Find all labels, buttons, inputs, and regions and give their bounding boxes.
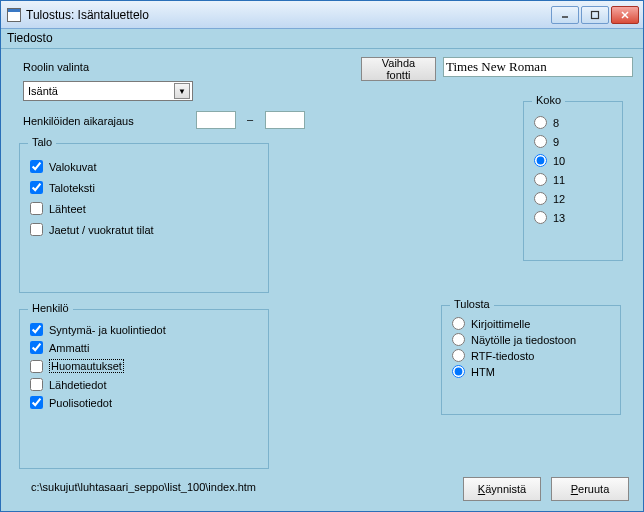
henkilo-checkbox-input-3[interactable] bbox=[30, 378, 43, 391]
chevron-down-icon[interactable]: ▼ bbox=[174, 83, 190, 99]
koko-radio-input-9[interactable] bbox=[534, 135, 547, 148]
henkilo-checkbox-0[interactable]: Syntymä- ja kuolintiedot bbox=[30, 323, 258, 336]
menu-file[interactable]: Tiedosto bbox=[7, 31, 53, 45]
date-from-input[interactable] bbox=[196, 111, 236, 129]
talo-checkbox-label-3: Jaetut / vuokratut tilat bbox=[49, 224, 154, 236]
henkilo-checkbox-2[interactable]: Huomautukset bbox=[30, 359, 258, 373]
window-controls bbox=[551, 6, 639, 24]
henkilo-checkbox-4[interactable]: Puolisotiedot bbox=[30, 396, 258, 409]
date-to-input[interactable] bbox=[265, 111, 305, 129]
henkilo-checkbox-label-3: Lähdetiedot bbox=[49, 379, 107, 391]
talo-checkbox-input-1[interactable] bbox=[30, 181, 43, 194]
group-talo: Talo ValokuvatTalotekstiLähteetJaetut / … bbox=[19, 143, 269, 293]
tulosta-radio-label-3: HTM bbox=[471, 366, 495, 378]
cancel-mnemonic: P bbox=[571, 483, 578, 495]
henkilo-checkbox-label-2: Huomautukset bbox=[49, 359, 124, 373]
group-koko-legend: Koko bbox=[532, 94, 565, 106]
role-label: Roolin valinta bbox=[23, 61, 89, 73]
koko-radio-label-9: 9 bbox=[553, 136, 559, 148]
koko-radio-input-12[interactable] bbox=[534, 192, 547, 205]
app-window: Tulostus: Isäntaluettelo Tiedosto Roolin… bbox=[0, 0, 644, 512]
titlebar: Tulostus: Isäntaluettelo bbox=[1, 1, 643, 29]
tulosta-radio-1[interactable]: Näytölle ja tiedostoon bbox=[452, 333, 610, 346]
svg-rect-1 bbox=[592, 11, 599, 18]
start-button[interactable]: Käynnistä bbox=[463, 477, 541, 501]
group-koko: Koko 8910111213 bbox=[523, 101, 623, 261]
tulosta-radio-label-0: Kirjoittimelle bbox=[471, 318, 530, 330]
cancel-button[interactable]: Peruuta bbox=[551, 477, 629, 501]
talo-checkbox-3[interactable]: Jaetut / vuokratut tilat bbox=[30, 223, 258, 236]
henkilo-checkbox-label-1: Ammatti bbox=[49, 342, 89, 354]
koko-radio-input-8[interactable] bbox=[534, 116, 547, 129]
talo-checkbox-1[interactable]: Taloteksti bbox=[30, 181, 258, 194]
output-path: c:\sukujut\luhtasaari_seppo\list_100\ind… bbox=[31, 481, 256, 493]
client-area: Roolin valinta Isäntä ▼ Henkilöiden aika… bbox=[1, 49, 643, 511]
app-icon bbox=[7, 8, 21, 22]
tulosta-radio-0[interactable]: Kirjoittimelle bbox=[452, 317, 610, 330]
group-tulosta: Tulosta KirjoittimelleNäytölle ja tiedos… bbox=[441, 305, 621, 415]
talo-checkbox-2[interactable]: Lähteet bbox=[30, 202, 258, 215]
koko-radio-label-8: 8 bbox=[553, 117, 559, 129]
koko-radio-10[interactable]: 10 bbox=[534, 154, 612, 167]
tulosta-radio-input-1[interactable] bbox=[452, 333, 465, 346]
date-separator: – bbox=[247, 113, 253, 125]
group-henkilo-legend: Henkilö bbox=[28, 302, 73, 314]
koko-radio-12[interactable]: 12 bbox=[534, 192, 612, 205]
footer-buttons: Käynnistä Peruuta bbox=[463, 477, 629, 501]
talo-checkbox-0[interactable]: Valokuvat bbox=[30, 160, 258, 173]
group-tulosta-legend: Tulosta bbox=[450, 298, 494, 310]
talo-checkbox-label-2: Lähteet bbox=[49, 203, 86, 215]
font-name-field[interactable] bbox=[443, 57, 633, 77]
henkilo-checkbox-label-0: Syntymä- ja kuolintiedot bbox=[49, 324, 166, 336]
henkilo-checkbox-3[interactable]: Lähdetiedot bbox=[30, 378, 258, 391]
change-font-button[interactable]: Vaihda fontti bbox=[361, 57, 436, 81]
koko-radio-11[interactable]: 11 bbox=[534, 173, 612, 186]
henkilo-checkbox-label-4: Puolisotiedot bbox=[49, 397, 112, 409]
role-select[interactable]: Isäntä ▼ bbox=[23, 81, 193, 101]
tulosta-radio-label-2: RTF-tiedosto bbox=[471, 350, 534, 362]
koko-radio-input-11[interactable] bbox=[534, 173, 547, 186]
tulosta-radio-input-0[interactable] bbox=[452, 317, 465, 330]
talo-checkbox-input-0[interactable] bbox=[30, 160, 43, 173]
koko-radio-input-13[interactable] bbox=[534, 211, 547, 224]
role-value: Isäntä bbox=[28, 85, 58, 97]
tulosta-radio-2[interactable]: RTF-tiedosto bbox=[452, 349, 610, 362]
henkilo-checkbox-input-0[interactable] bbox=[30, 323, 43, 336]
koko-radio-label-11: 11 bbox=[553, 174, 565, 186]
tulosta-radio-3[interactable]: HTM bbox=[452, 365, 610, 378]
tulosta-radio-input-2[interactable] bbox=[452, 349, 465, 362]
koko-radio-input-10[interactable] bbox=[534, 154, 547, 167]
koko-radio-9[interactable]: 9 bbox=[534, 135, 612, 148]
date-range-label: Henkilöiden aikarajaus bbox=[23, 115, 134, 127]
talo-checkbox-label-1: Taloteksti bbox=[49, 182, 95, 194]
menubar: Tiedosto bbox=[1, 29, 643, 49]
henkilo-checkbox-1[interactable]: Ammatti bbox=[30, 341, 258, 354]
group-henkilo: Henkilö Syntymä- ja kuolintiedotAmmattiH… bbox=[19, 309, 269, 469]
close-button[interactable] bbox=[611, 6, 639, 24]
window-title: Tulostus: Isäntaluettelo bbox=[26, 8, 551, 22]
minimize-button[interactable] bbox=[551, 6, 579, 24]
talo-checkbox-label-0: Valokuvat bbox=[49, 161, 97, 173]
henkilo-checkbox-input-1[interactable] bbox=[30, 341, 43, 354]
koko-radio-label-10: 10 bbox=[553, 155, 565, 167]
tulosta-radio-input-3[interactable] bbox=[452, 365, 465, 378]
tulosta-radio-label-1: Näytölle ja tiedostoon bbox=[471, 334, 576, 346]
maximize-button[interactable] bbox=[581, 6, 609, 24]
koko-radio-8[interactable]: 8 bbox=[534, 116, 612, 129]
talo-checkbox-input-3[interactable] bbox=[30, 223, 43, 236]
henkilo-checkbox-input-4[interactable] bbox=[30, 396, 43, 409]
koko-radio-13[interactable]: 13 bbox=[534, 211, 612, 224]
talo-checkbox-input-2[interactable] bbox=[30, 202, 43, 215]
henkilo-checkbox-input-2[interactable] bbox=[30, 360, 43, 373]
group-talo-legend: Talo bbox=[28, 136, 56, 148]
koko-radio-label-12: 12 bbox=[553, 193, 565, 205]
koko-radio-label-13: 13 bbox=[553, 212, 565, 224]
